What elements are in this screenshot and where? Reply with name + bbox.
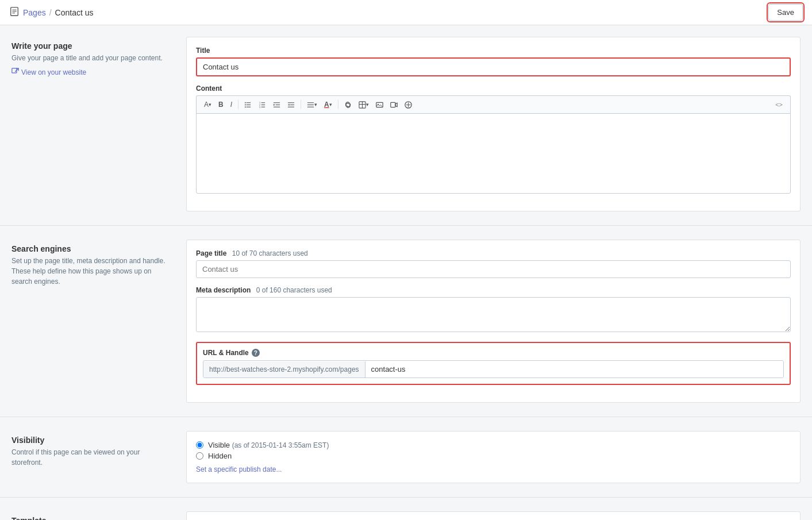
page-title-group: Page title 10 of 70 characters used — [196, 249, 791, 278]
visibility-description: Control if this page can be viewed on yo… — [11, 447, 172, 468]
hidden-label[interactable]: Hidden — [208, 452, 232, 460]
seo-label-panel: Search engines Set up the page title, me… — [11, 240, 172, 403]
section-divider-3 — [0, 497, 812, 498]
url-handle-help-icon[interactable]: ? — [252, 349, 260, 357]
hidden-radio[interactable] — [196, 452, 203, 460]
write-page-section: Write your page Give your page a title a… — [11, 37, 801, 211]
url-base: http://best-watches-store-2.myshopify.co… — [203, 361, 365, 378]
url-handle-input[interactable] — [365, 361, 783, 378]
rte-source-btn[interactable]: <> — [772, 99, 786, 110]
write-page-description: Give your page a title and add your page… — [11, 53, 172, 63]
write-page-label-panel: Write your page Give your page a title a… — [11, 37, 172, 211]
svg-rect-31 — [391, 102, 395, 107]
rte-font-btn[interactable]: A▾ — [201, 99, 214, 110]
breadcrumb-parent-link[interactable]: Pages — [23, 8, 46, 17]
rte-ol-btn[interactable]: 123 — [256, 99, 269, 110]
visible-sub: (as of 2015-01-14 3:55am EST) — [232, 441, 329, 449]
title-group: Title — [196, 47, 791, 76]
rte-table-btn[interactable]: ▾ — [356, 99, 372, 110]
view-link-label: View on your website — [21, 68, 86, 76]
url-handle-group: URL & Handle ? http://best-watches-store… — [196, 342, 791, 385]
breadcrumb-current: Contact us — [55, 8, 94, 17]
section-divider-2 — [0, 417, 812, 417]
template-card: page page.contact page.faq — [186, 511, 801, 520]
seo-card: Page title 10 of 70 characters used Meta… — [186, 240, 801, 403]
publish-date-link[interactable]: Set a specific publish date... — [196, 465, 282, 473]
visible-radio[interactable] — [196, 441, 203, 449]
page-title-input[interactable] — [196, 260, 791, 278]
visibility-card: Visible (as of 2015-01-14 3:55am EST) Hi… — [186, 431, 801, 483]
content-group: Content A▾ B I 123 — [196, 84, 791, 194]
template-heading: Template — [11, 516, 172, 520]
rte-text-color-btn[interactable]: A ▾ — [321, 99, 335, 110]
rte-body[interactable] — [196, 113, 791, 194]
external-link-icon — [11, 68, 19, 77]
page-title-label: Page title 10 of 70 characters used — [196, 249, 791, 257]
visible-label[interactable]: Visible (as of 2015-01-14 3:55am EST) — [208, 441, 329, 449]
rte-sep-2 — [301, 100, 301, 109]
rte-image-btn[interactable] — [373, 99, 386, 110]
rte-link-btn[interactable] — [341, 99, 355, 110]
page-title-char-count: 10 of 70 characters used — [232, 249, 308, 257]
meta-desc-textarea[interactable] — [196, 297, 791, 332]
visibility-radio-group: Visible (as of 2015-01-14 3:55am EST) Hi… — [196, 441, 791, 460]
seo-section: Search engines Set up the page title, me… — [11, 240, 801, 403]
rte-special-btn[interactable] — [402, 99, 415, 110]
title-input[interactable] — [196, 57, 791, 76]
rte-sep-1 — [238, 100, 238, 109]
svg-point-10 — [245, 106, 246, 107]
breadcrumb: Pages / Contact us — [9, 6, 94, 18]
rte-italic-btn[interactable]: I — [228, 99, 235, 110]
template-label-panel: Template Select the template this page w… — [11, 511, 172, 520]
rte-bold-btn[interactable]: B — [215, 99, 226, 110]
view-on-website-link[interactable]: View on your website — [11, 68, 86, 77]
visible-radio-row: Visible (as of 2015-01-14 3:55am EST) — [196, 441, 791, 449]
rte-toolbar: A▾ B I 123 — [196, 95, 791, 113]
meta-desc-group: Meta description 0 of 160 characters use… — [196, 286, 791, 334]
meta-desc-char-count: 0 of 160 characters used — [256, 286, 332, 294]
url-handle-container: URL & Handle ? http://best-watches-store… — [196, 342, 791, 385]
pages-icon — [9, 6, 20, 18]
content-label: Content — [196, 84, 791, 93]
breadcrumb-separator: / — [49, 8, 52, 17]
main-content: Write your page Give your page a title a… — [0, 25, 812, 520]
svg-point-8 — [245, 102, 246, 103]
seo-heading: Search engines — [11, 244, 172, 253]
url-handle-label: URL & Handle ? — [203, 349, 784, 357]
meta-desc-label: Meta description 0 of 160 characters use… — [196, 286, 791, 294]
rte-video-btn[interactable] — [387, 99, 401, 110]
write-page-card: Title Content A▾ B I 123 — [186, 37, 801, 211]
section-divider-1 — [0, 225, 812, 226]
rte-ul-btn[interactable] — [241, 99, 255, 110]
title-label: Title — [196, 47, 791, 55]
svg-text:3: 3 — [259, 106, 260, 108]
top-bar: Pages / Contact us Save — [0, 0, 812, 25]
rte-outdent-btn[interactable] — [284, 99, 298, 110]
save-button-top[interactable]: Save — [768, 4, 803, 21]
url-handle-row: http://best-watches-store-2.myshopify.co… — [203, 360, 784, 378]
seo-description: Set up the page title, meta description … — [11, 256, 172, 287]
template-section: Template Select the template this page w… — [11, 511, 801, 520]
write-page-heading: Write your page — [11, 41, 172, 51]
visibility-heading: Visibility — [11, 436, 172, 445]
rte-align-btn[interactable]: ▾ — [304, 99, 320, 110]
visibility-section: Visibility Control if this page can be v… — [11, 431, 801, 483]
svg-point-9 — [245, 104, 246, 105]
visibility-label-panel: Visibility Control if this page can be v… — [11, 431, 172, 483]
hidden-radio-row: Hidden — [196, 452, 791, 460]
rte-indent-btn[interactable] — [270, 99, 283, 110]
rte-sep-3 — [338, 100, 338, 109]
